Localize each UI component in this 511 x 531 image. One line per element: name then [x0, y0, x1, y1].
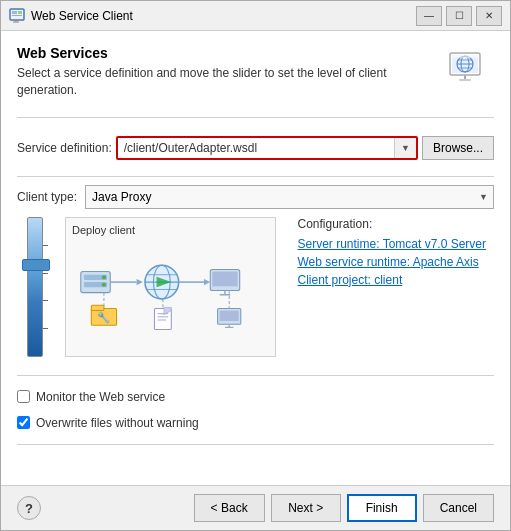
footer-buttons: < Back Next > Finish Cancel	[194, 494, 494, 522]
svg-marker-22	[137, 279, 143, 285]
footer-divider	[17, 444, 494, 445]
service-definition-input-wrapper: ▼	[116, 136, 418, 160]
slider-tick-1	[43, 245, 48, 246]
maximize-button[interactable]: ☐	[446, 6, 472, 26]
config-panel: Configuration: Server runtime: Tomcat v7…	[288, 217, 495, 357]
client-type-row: Client type: Java Proxy JAX-WS Apache Ax…	[17, 185, 494, 209]
overwrite-checkbox-row: Overwrite files without warning	[17, 416, 494, 430]
next-button[interactable]: Next >	[271, 494, 341, 522]
dialog-footer: ? < Back Next > Finish Cancel	[1, 485, 510, 530]
slider-tick-3	[43, 300, 48, 301]
header-divider	[17, 117, 494, 118]
config-link-runtime[interactable]: Web service runtime: Apache Axis	[298, 255, 495, 269]
close-button[interactable]: ✕	[476, 6, 502, 26]
slider-thumb[interactable]	[22, 259, 50, 271]
cancel-button[interactable]: Cancel	[423, 494, 494, 522]
svg-rect-32	[212, 271, 237, 286]
config-link-server[interactable]: Server runtime: Tomcat v7.0 Server	[298, 237, 495, 251]
help-button[interactable]: ?	[17, 496, 41, 520]
header-section: Web Services Select a service definition…	[17, 45, 494, 99]
service-definition-input[interactable]	[118, 138, 394, 158]
client-type-divider	[17, 176, 494, 177]
config-link-project[interactable]: Client project: client	[298, 273, 495, 287]
svg-rect-15	[452, 55, 478, 58]
slider-tick-2	[43, 273, 48, 274]
deploy-diagram: Deploy client	[65, 217, 276, 357]
svg-rect-36	[91, 305, 104, 310]
section-description: Select a service definition and move the…	[17, 65, 432, 99]
monitor-checkbox[interactable]	[17, 390, 30, 403]
window-title: Web Service Client	[31, 9, 416, 23]
globe-icon	[446, 49, 490, 93]
svg-rect-3	[12, 15, 22, 16]
slider-container	[17, 217, 53, 357]
window-icon	[9, 8, 25, 24]
service-definition-dropdown-btn[interactable]: ▼	[394, 138, 416, 158]
service-definition-label: Service definition:	[17, 141, 112, 155]
monitor-checkbox-row: Monitor the Web service	[17, 390, 494, 404]
dialog-content: Web Services Select a service definition…	[1, 31, 510, 485]
slider-track[interactable]	[27, 217, 43, 357]
svg-marker-30	[204, 279, 210, 285]
service-definition-row: Service definition: ▼ Browse...	[17, 136, 494, 160]
section-title: Web Services	[17, 45, 432, 61]
svg-point-19	[102, 275, 106, 279]
title-bar: Web Service Client — ☐ ✕	[1, 1, 510, 31]
browse-button[interactable]: Browse...	[422, 136, 494, 160]
svg-rect-44	[220, 310, 239, 321]
client-type-label: Client type:	[17, 190, 77, 204]
svg-point-20	[102, 282, 106, 286]
minimize-button[interactable]: —	[416, 6, 442, 26]
config-title: Configuration:	[298, 217, 495, 231]
svg-rect-2	[18, 11, 22, 14]
checkbox-divider	[17, 375, 494, 376]
overwrite-checkbox[interactable]	[17, 416, 30, 429]
svg-rect-1	[12, 11, 17, 14]
overwrite-checkbox-label[interactable]: Overwrite files without warning	[36, 416, 199, 430]
back-button[interactable]: < Back	[194, 494, 265, 522]
main-window: Web Service Client — ☐ ✕ Web Services Se…	[0, 0, 511, 531]
svg-rect-14	[459, 79, 471, 81]
deploy-area: Deploy client	[17, 217, 494, 357]
deploy-label: Deploy client	[72, 224, 269, 236]
client-type-wrapper: Java Proxy JAX-WS Apache Axis	[85, 185, 494, 209]
slider-tick-4	[43, 328, 48, 329]
finish-button[interactable]: Finish	[347, 494, 417, 522]
header-icon	[442, 45, 494, 97]
header-text-block: Web Services Select a service definition…	[17, 45, 432, 99]
client-type-select[interactable]: Java Proxy JAX-WS Apache Axis	[85, 185, 494, 209]
window-controls: — ☐ ✕	[416, 6, 502, 26]
svg-rect-0	[10, 9, 24, 20]
deploy-diagram-svg: 🔧	[72, 240, 269, 340]
monitor-checkbox-label[interactable]: Monitor the Web service	[36, 390, 165, 404]
svg-text:🔧: 🔧	[97, 311, 111, 324]
